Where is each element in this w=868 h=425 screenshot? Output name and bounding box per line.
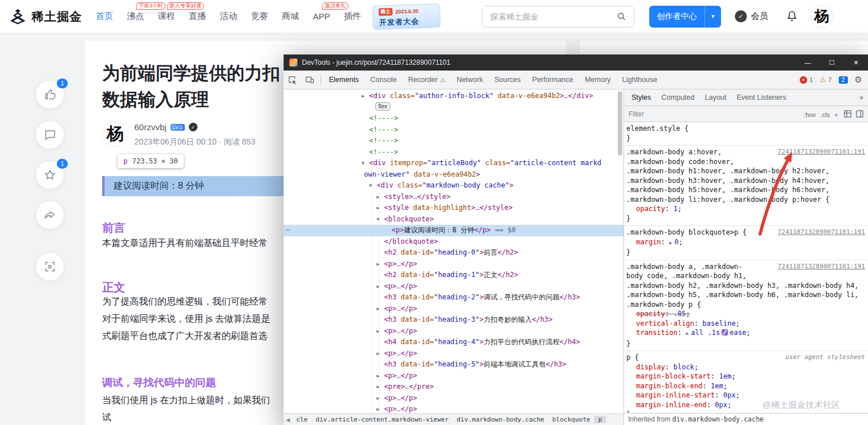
css-property[interactable]: margin-inline-start: 0px; [626, 391, 866, 400]
devtools-tab[interactable]: Sources [489, 71, 526, 89]
twisty-icon[interactable]: ▶ [377, 202, 379, 214]
devtools-tab[interactable]: Lighthouse [617, 71, 663, 89]
css-selector-line[interactable]: .markdown-body code:hover, [626, 157, 866, 167]
dom-tree-row[interactable]: </blockquote> [284, 236, 623, 248]
css-selector-line[interactable]: .markdown-body p { [626, 300, 866, 310]
devtools-tab[interactable]: Network [451, 71, 489, 89]
dom-tree-row[interactable]: ▶<p>…</p> [284, 348, 623, 360]
twisty-icon[interactable]: ▶ [377, 192, 379, 203]
nav-item[interactable]: APP激活有礼 [313, 0, 330, 33]
breadcrumb-item[interactable]: p [594, 416, 606, 423]
grid-icon[interactable] [842, 109, 852, 119]
gear-icon[interactable]: ⚙ [855, 75, 862, 85]
dom-tree-row[interactable]: ▶<style data-highlight>…</style> [284, 202, 623, 214]
css-property[interactable]: margin: ▶0; [626, 237, 866, 248]
creator-center-button[interactable]: 创作者中心 ▾ [649, 6, 721, 28]
dom-tree-row[interactable]: <!----> [284, 113, 623, 124]
css-property[interactable]: vertical-align: baseline; [626, 319, 866, 329]
overflow-chevrons-icon[interactable]: » [859, 93, 863, 102]
twisty-icon[interactable]: ▶ [377, 303, 379, 315]
inherited-target-link[interactable]: div.markdown-body.cache [672, 415, 764, 423]
issues-badge[interactable]: 2 [839, 76, 848, 84]
dom-tree-row[interactable]: <h3 data-id="heading-5">前端本地调试工具包</h3> [284, 359, 623, 371]
device-toolbar-icon[interactable] [301, 72, 318, 88]
css-selector-line[interactable]: element.style { [626, 124, 866, 134]
styles-sidebar-tab[interactable]: Layout [700, 89, 732, 106]
crumb-back-icon[interactable]: ◀ [284, 417, 292, 423]
share-button[interactable] [36, 201, 64, 229]
breadcrumb-item[interactable]: cle [292, 416, 312, 423]
expand-arrow-icon[interactable]: ▶ [669, 240, 672, 245]
twisty-icon[interactable]: ▶ [377, 404, 379, 414]
dom-tree-row[interactable]: flex [284, 102, 623, 114]
warning-badge[interactable]: ⚠7 [820, 76, 832, 84]
stylesheet-source-link[interactable]: 7241187132890071101:191 [776, 228, 865, 237]
search-input[interactable] [489, 11, 612, 22]
expand-arrow-icon[interactable]: ▶ [686, 331, 689, 336]
css-selector-line[interactable]: body code, .markdown-body h1, [626, 271, 866, 281]
styles-toolbar-toggle[interactable]: :hov [801, 110, 818, 119]
devtools-titlebar[interactable]: DevTools - juejin.cn/post/72411871328900… [284, 54, 868, 71]
dom-tree-row[interactable]: <h2 data-id="heading-1">正文</h2> [284, 270, 623, 281]
like-button[interactable]: 1 [36, 81, 64, 108]
devtools-tab[interactable]: Console [365, 71, 402, 89]
capture-button[interactable] [36, 253, 64, 280]
twisty-icon[interactable]: ▶ [362, 91, 365, 102]
comment-button[interactable] [36, 121, 64, 149]
dropdown-caret-icon[interactable]: ▾ [705, 13, 721, 20]
dom-tree-row[interactable]: ▶<p>…</p> [284, 281, 623, 293]
dom-tree-row[interactable]: ▶<p>…</p> [284, 404, 623, 414]
close-button[interactable]: ✕ [844, 54, 868, 71]
user-avatar[interactable]: 杨 [810, 5, 833, 28]
css-selector-line[interactable]: .markdown-body h5, .markdown-body h6, .m… [626, 290, 866, 300]
twisty-icon[interactable]: ▶ [377, 348, 379, 360]
logo[interactable]: 稀土掘金 [9, 9, 82, 25]
css-selector-line[interactable]: .markdown-body h5:hover, .markdown-body … [626, 185, 866, 195]
twisty-icon[interactable]: ▶ [377, 326, 379, 337]
css-selector-line[interactable]: .markdown-body h1:hover, .markdown-body … [626, 166, 866, 176]
css-property[interactable]: margin-block-start: 1em; [626, 372, 866, 381]
dom-tree-row[interactable]: own-viewer" data-v-e6ea94b2> [284, 169, 623, 181]
author-avatar[interactable]: 杨 [102, 121, 128, 147]
member-entry[interactable]: ✓ 会员 [735, 10, 768, 22]
css-selector-line[interactable]: .markdown-body h3:hover, .markdown-body … [626, 176, 866, 186]
dom-tree-row[interactable]: ▼<div class="markdown-body cache"> [284, 180, 623, 192]
css-property[interactable]: opacity: 1; [626, 204, 866, 214]
nav-item[interactable]: 活动 [220, 0, 237, 33]
dom-tree-row[interactable]: ▶<style>…</style> [284, 192, 623, 203]
css-property[interactable]: transition: ▶all .1sease; [626, 328, 866, 339]
dom-tree-row[interactable]: <h2 data-id="heading-0">前言</h2> [284, 247, 623, 259]
error-badge[interactable]: ✕1 [800, 76, 813, 84]
breadcrumb-item[interactable]: div.markdown-body.cache [453, 416, 548, 423]
twisty-icon[interactable]: ▼ [369, 180, 372, 192]
dom-tree-row[interactable]: ▶<div class="author-info-block" data-v-e… [284, 91, 623, 102]
styles-sidebar-tab[interactable]: Event Listeners [731, 89, 791, 106]
breadcrumb-item[interactable]: div.article-content.markdown-viewer [312, 416, 453, 423]
dom-tree-row[interactable]: <!----> [284, 147, 623, 158]
dom-tree-row[interactable]: ▶<p>…</p> [284, 371, 623, 382]
twisty-icon[interactable]: ▶ [377, 381, 379, 393]
search-icon[interactable] [612, 9, 631, 25]
twisty-icon[interactable]: ▶ [377, 259, 379, 270]
dom-tree-row[interactable]: ▶<p>…</p> [284, 326, 623, 337]
dom-tree-row[interactable]: ▼<blockquote> [284, 214, 623, 225]
twisty-icon[interactable]: ▶ [377, 281, 379, 293]
css-selector-line[interactable]: .markdown-body li:hover, .markdown-body … [626, 195, 866, 205]
devtools-tab[interactable]: Performance [526, 71, 579, 89]
stylesheet-source-link[interactable]: 7241187132890071101:191 [776, 147, 865, 157]
devtools-tab[interactable]: Elements [323, 71, 365, 89]
dom-tree-row[interactable]: ▼<div itemprop="articleBody" class="arti… [284, 158, 623, 169]
nav-item[interactable]: 沸点下班3小时 [127, 0, 144, 33]
styles-toolbar-toggle[interactable]: .cls [818, 110, 832, 119]
inspect-element-icon[interactable] [284, 72, 301, 88]
star-button[interactable]: 1 [36, 161, 64, 189]
stylesheet-source-link[interactable]: 7241187132890071101:191 [776, 262, 865, 272]
dom-tree-row[interactable]: ▶<p>…</p> [284, 259, 623, 270]
dom-tree-row[interactable]: <h3 data-id="heading-3">力扣奇妙的输入</h3> [284, 314, 623, 326]
twisty-icon[interactable]: ▶ [377, 371, 379, 382]
twisty-icon[interactable]: ▼ [377, 214, 379, 225]
twisty-icon[interactable]: ▶ [377, 393, 379, 404]
styles-toolbar-toggle[interactable]: + [832, 110, 840, 119]
conference-banner[interactable]: 稀土 2023.6.30 开发者大会 [372, 3, 440, 29]
dom-tree-row[interactable]: ▶<pre>…</pre> [284, 381, 623, 393]
